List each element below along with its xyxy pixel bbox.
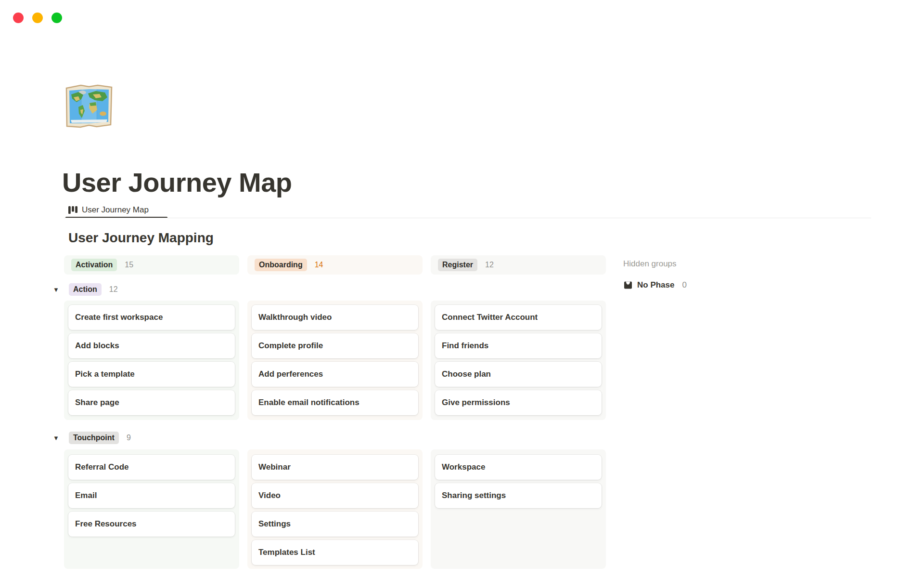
column-pill-activation[interactable]: Activation — [71, 259, 117, 271]
board-card[interactable]: Webinar — [252, 455, 418, 480]
hidden-group-name: No Phase — [637, 280, 674, 290]
group-row-action: ▼ Action 12 — [53, 283, 118, 296]
board-card[interactable]: Give permissions — [435, 390, 602, 415]
collapse-triangle-icon[interactable]: ▼ — [53, 286, 60, 293]
view-title[interactable]: User Journey Mapping — [68, 230, 214, 246]
board-card[interactable]: Add blocks — [68, 333, 235, 358]
board-card[interactable]: Complete profile — [252, 333, 418, 358]
board-card[interactable]: Workspace — [435, 455, 602, 480]
board-card[interactable]: Free Resources — [68, 512, 235, 537]
hidden-group-count: 0 — [682, 280, 686, 290]
board-card[interactable]: Walkthrough video — [252, 305, 418, 330]
board-card[interactable]: Enable email notifications — [252, 390, 418, 415]
board-card[interactable]: Add perferences — [252, 362, 418, 387]
column-count: 12 — [485, 261, 494, 269]
tab-user-journey-map[interactable]: User Journey Map — [68, 205, 149, 215]
board-card[interactable]: Email — [68, 483, 235, 508]
board-card[interactable]: Create first workspace — [68, 305, 235, 330]
group-pill-action[interactable]: Action — [69, 283, 102, 296]
collapse-triangle-icon[interactable]: ▼ — [53, 434, 60, 442]
zoom-window-button[interactable] — [51, 13, 62, 23]
board-card[interactable]: Choose plan — [435, 362, 602, 387]
column-count: 14 — [315, 261, 323, 269]
group-row-touchpoint: ▼ Touchpoint 9 — [53, 432, 131, 444]
minimize-window-button[interactable] — [32, 13, 43, 23]
board-card[interactable]: Video — [252, 483, 418, 508]
tab-strip-divider — [64, 218, 871, 218]
box-icon — [623, 280, 633, 290]
group-count: 12 — [109, 285, 118, 294]
column-header-activation: Activation 15 — [64, 255, 239, 275]
board-card[interactable]: Connect Twitter Account — [435, 305, 602, 330]
group-pill-touchpoint[interactable]: Touchpoint — [69, 432, 119, 444]
column-header-register: Register 12 — [431, 255, 606, 275]
tab-label: User Journey Map — [82, 205, 149, 215]
page-icon[interactable] — [64, 83, 114, 129]
column-count: 15 — [125, 261, 133, 269]
column-header-onboarding: Onboarding 14 — [247, 255, 423, 275]
column-pill-register[interactable]: Register — [438, 259, 477, 271]
board-card[interactable]: Sharing settings — [435, 483, 602, 508]
column-pill-onboarding[interactable]: Onboarding — [255, 259, 307, 271]
board-card[interactable]: Share page — [68, 390, 235, 415]
group-count: 9 — [127, 434, 131, 442]
board-view-icon — [68, 206, 77, 214]
hidden-groups-label: Hidden groups — [623, 259, 677, 269]
page-title[interactable]: User Journey Map — [62, 167, 292, 198]
close-window-button[interactable] — [13, 13, 24, 23]
board-card[interactable]: Settings — [252, 512, 418, 537]
notion-window: User Journey Map User Journey Map User J… — [0, 0, 924, 578]
hidden-group-no-phase[interactable]: No Phase 0 — [623, 280, 687, 290]
board-card[interactable]: Pick a template — [68, 362, 235, 387]
board-card[interactable]: Referral Code — [68, 455, 235, 480]
world-map-emoji — [64, 83, 114, 129]
board-card[interactable]: Templates List — [252, 540, 418, 565]
board-card[interactable]: Find friends — [435, 333, 602, 358]
